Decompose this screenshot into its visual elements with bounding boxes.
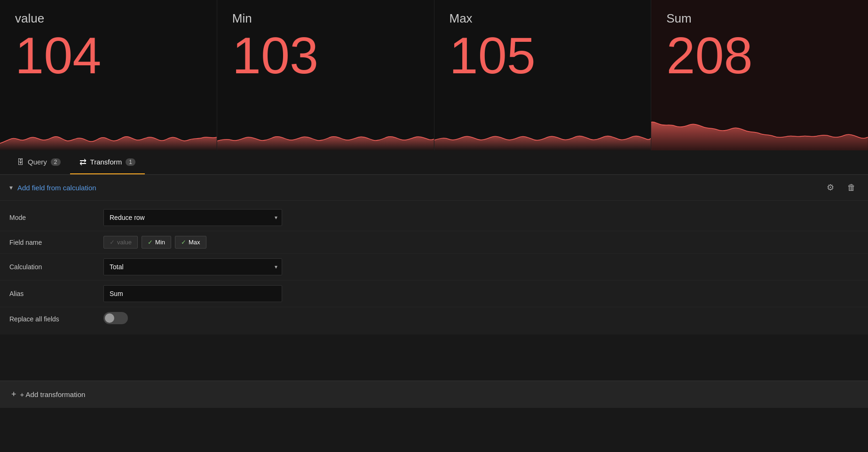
stat-value-0: 104 [15,30,202,81]
page-layout: value 104 Min 103 [0,0,868,452]
chip-check-max: ✓ [181,239,186,246]
chip-label-value: value [117,239,132,246]
alias-control [103,285,292,302]
tab-transform-badge: 1 [126,158,135,166]
config-icon-button[interactable]: ⚙ [824,181,837,194]
stats-panel: value 104 Min 103 [0,0,868,150]
stat-label-3: Sum [666,11,853,26]
section-header[interactable]: ▾ Add field from calculation ⚙ 🗑 [0,175,868,201]
field-chips: ✓ value ✓ Min ✓ Max [103,236,206,249]
alias-label: Alias [9,290,103,297]
tab-query[interactable]: 🗄 Query 2 [8,150,70,174]
form-row-mode: Mode Reduce row Binary operation Unary o… [0,204,868,231]
form-row-fieldname: Field name ✓ value ✓ Min ✓ Max [0,231,868,254]
tab-query-label: Query [28,158,47,166]
stat-value-3: 208 [666,30,853,81]
form-row-alias: Alias [0,281,868,307]
stat-label-0: value [15,11,202,26]
toggle-slider [103,312,128,324]
add-transformation-label: + Add transformation [20,390,86,398]
chip-min[interactable]: ✓ Min [142,236,171,249]
stat-cell-sum: Sum 208 [651,0,868,150]
calculation-label: Calculation [9,263,103,271]
stat-value-2: 105 [450,30,636,81]
replace-label: Replace all fields [9,315,103,323]
sparkline-2 [434,108,651,150]
stat-value-1: 103 [232,30,419,81]
section-header-left: ▾ Add field from calculation [9,184,96,192]
chevron-down-icon: ▾ [9,184,13,191]
stat-cell-max: Max 105 [434,0,652,150]
form-row-calculation: Calculation Total Mean Min Max Count Las… [0,254,868,281]
calculation-control: Total Mean Min Max Count Last ▾ [103,258,292,275]
stat-label-2: Max [450,11,636,26]
form-body: Mode Reduce row Binary operation Unary o… [0,201,868,335]
section-title: Add field from calculation [17,184,96,192]
stat-label-1: Min [232,11,419,26]
tab-bar: 🗄 Query 2 ⇄ Transform 1 [0,150,868,175]
tab-transform[interactable]: ⇄ Transform 1 [70,150,145,174]
delete-icon-button[interactable]: 🗑 [844,182,859,194]
transform-panel: ▾ Add field from calculation ⚙ 🗑 Mode [0,175,868,379]
form-row-replace: Replace all fields [0,307,868,331]
chip-value[interactable]: ✓ value [103,236,138,249]
stat-cell-min: Min 103 [217,0,434,150]
bottom-area: + + Add transformation [0,379,868,452]
calculation-select-wrapper: Total Mean Min Max Count Last ▾ [103,258,282,275]
chip-max[interactable]: ✓ Max [175,236,206,249]
transform-icon: ⇄ [79,157,87,167]
chip-check-min: ✓ [148,239,153,246]
mode-select-wrapper: Reduce row Binary operation Unary operat… [103,209,282,226]
gear-icon: ⚙ [827,182,834,193]
calculation-select[interactable]: Total Mean Min Max Count Last [103,258,282,275]
sparkline-0 [0,108,217,150]
stat-cell-value: value 104 [0,0,217,150]
chip-check-value: ✓ [110,239,115,246]
sparkline-3 [651,108,868,150]
alias-input[interactable] [103,285,282,302]
mode-label: Mode [9,214,103,221]
trash-icon: 🗑 [847,183,856,193]
chip-label-max: Max [189,239,200,246]
fieldname-label: Field name [9,239,103,246]
section-header-right: ⚙ 🗑 [824,181,859,194]
mode-control: Reduce row Binary operation Unary operat… [103,209,292,226]
tab-transform-label: Transform [90,158,122,166]
chip-label-min: Min [155,239,165,246]
database-icon: 🗄 [17,158,24,166]
replace-control [103,312,292,326]
mode-select[interactable]: Reduce row Binary operation Unary operat… [103,209,282,226]
replace-toggle[interactable] [103,312,128,324]
plus-icon: + [11,390,16,399]
tab-query-badge: 2 [51,158,61,166]
sparkline-1 [217,108,434,150]
add-transformation-button[interactable]: + + Add transformation [0,381,868,408]
